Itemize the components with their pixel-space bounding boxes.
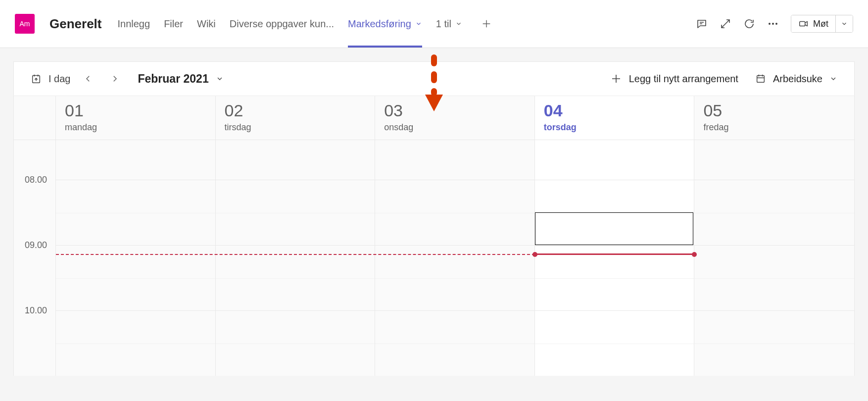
hour-row-top	[14, 140, 854, 180]
prev-week-button[interactable]	[79, 70, 97, 88]
day-cell[interactable]	[375, 310, 535, 376]
day-cell[interactable]	[216, 140, 376, 180]
day-cell[interactable]	[694, 310, 854, 376]
meet-button-group: Møt	[791, 15, 853, 33]
calendar-today-icon	[31, 73, 42, 84]
day-cell[interactable]	[694, 245, 854, 310]
header-actions: Møt	[696, 15, 853, 33]
tab-files[interactable]: Filer	[164, 0, 183, 48]
day-num: 02	[225, 101, 366, 120]
hour-label: 08.00	[25, 175, 47, 185]
tab-more-label: 1 til	[436, 18, 451, 30]
tab-wiki[interactable]: Wiki	[197, 0, 216, 48]
tab-marketing[interactable]: Markedsføring	[348, 0, 422, 48]
gutter-cell	[14, 140, 56, 180]
day-cell[interactable]	[375, 140, 535, 180]
today-button[interactable]: I dag	[31, 73, 70, 85]
now-indicator-dashed	[56, 254, 535, 255]
day-cell[interactable]	[216, 310, 376, 376]
more-icon[interactable]	[767, 18, 779, 30]
calendar-view-icon	[755, 73, 766, 84]
tab-marketing-label: Markedsføring	[348, 18, 411, 30]
today-label: I dag	[48, 73, 70, 85]
day-cell[interactable]	[216, 180, 376, 245]
hour-label: 09.00	[25, 240, 47, 251]
month-picker[interactable]: Februar 2021	[138, 72, 223, 86]
day-cell[interactable]	[56, 140, 216, 180]
add-tab-button[interactable]	[476, 18, 497, 29]
gutter-cell: 09.00	[14, 245, 56, 310]
add-event-button[interactable]: Legg til nytt arrangement	[610, 73, 738, 85]
now-indicator-dot	[692, 252, 697, 257]
day-name: onsdag	[384, 122, 526, 133]
chevron-down-icon	[415, 20, 422, 27]
day-header-thu[interactable]: 04 torsdag	[535, 96, 695, 140]
view-label: Arbeidsuke	[773, 73, 822, 85]
day-name: mandag	[65, 122, 206, 133]
chevron-down-icon	[216, 75, 224, 83]
day-name: fredag	[703, 122, 845, 133]
hour-row-1000: 10.00	[14, 310, 854, 376]
team-avatar: Am	[15, 14, 35, 34]
day-cell[interactable]	[375, 180, 535, 245]
day-cell[interactable]	[535, 310, 695, 376]
now-indicator-dot	[532, 252, 537, 257]
channel-tabs: Innlegg Filer Wiki Diverse oppgaver kun.…	[118, 0, 497, 48]
refresh-icon[interactable]	[743, 18, 755, 30]
day-name: torsdag	[544, 122, 685, 133]
tab-posts[interactable]: Innlegg	[118, 0, 150, 48]
month-label: Februar 2021	[138, 72, 208, 86]
day-num: 05	[703, 101, 845, 120]
tab-content: I dag Februar 2021 Legg til nytt arrange…	[0, 48, 868, 376]
calendar-grid: 08.00 09.00 10.00	[13, 140, 855, 376]
day-cell[interactable]	[535, 180, 695, 245]
expand-icon[interactable]	[720, 18, 731, 30]
plus-icon	[610, 73, 622, 85]
svg-rect-5	[757, 76, 765, 83]
gutter-cell: 10.00	[14, 310, 56, 376]
day-name: tirsdag	[225, 122, 366, 133]
day-cell[interactable]	[535, 140, 695, 180]
day-num: 03	[384, 101, 526, 120]
day-header-mon[interactable]: 01 mandag	[56, 96, 216, 140]
day-num: 01	[65, 101, 206, 120]
hour-row-0800: 08.00	[14, 180, 854, 245]
add-event-label: Legg til nytt arrangement	[629, 73, 738, 85]
day-header-tue[interactable]: 02 tirsdag	[216, 96, 376, 140]
svg-point-1	[772, 23, 774, 25]
chevron-down-icon	[829, 75, 837, 83]
calendar-toolbar: I dag Februar 2021 Legg til nytt arrange…	[13, 61, 855, 96]
meet-label: Møt	[813, 19, 828, 29]
conversation-icon[interactable]	[696, 18, 708, 30]
day-cell[interactable]	[694, 180, 854, 245]
channel-name: Generelt	[49, 16, 102, 32]
view-picker[interactable]: Arbeidsuke	[755, 73, 837, 85]
day-cell[interactable]	[694, 140, 854, 180]
gutter-cell: 08.00	[14, 180, 56, 245]
channel-header: Am Generelt Innlegg Filer Wiki Diverse o…	[0, 0, 868, 48]
now-indicator-solid	[535, 253, 695, 255]
day-cell[interactable]	[56, 180, 216, 245]
chevron-down-icon	[455, 20, 462, 27]
day-header-fri[interactable]: 05 fredag	[694, 96, 854, 140]
tab-diverse[interactable]: Diverse oppgaver kun...	[230, 0, 334, 48]
hour-label: 10.00	[25, 305, 47, 316]
calendar-toolbar-right: Legg til nytt arrangement Arbeidsuke	[610, 73, 837, 85]
svg-point-2	[775, 23, 777, 25]
day-header-wed[interactable]: 03 onsdag	[375, 96, 535, 140]
svg-point-0	[769, 23, 771, 25]
day-cell[interactable]	[56, 310, 216, 376]
tab-more[interactable]: 1 til	[436, 0, 462, 48]
video-icon	[798, 18, 809, 29]
day-headers-row: 01 mandag 02 tirsdag 03 onsdag 04 torsda…	[13, 96, 855, 140]
meet-button[interactable]: Møt	[791, 15, 835, 32]
next-week-button[interactable]	[106, 70, 124, 88]
meet-dropdown-button[interactable]	[835, 15, 853, 32]
day-num: 04	[544, 101, 685, 120]
gutter-header	[14, 96, 56, 140]
svg-rect-3	[800, 21, 805, 26]
